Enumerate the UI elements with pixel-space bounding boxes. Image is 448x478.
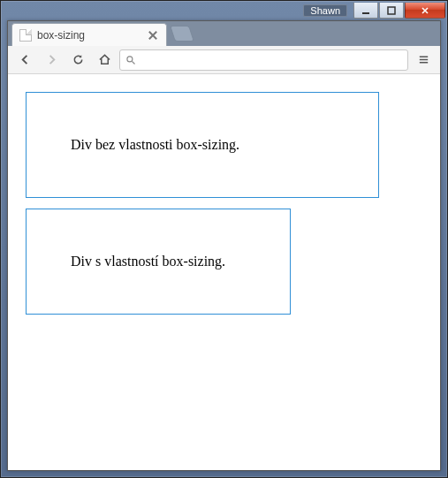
maximize-icon (387, 6, 396, 15)
demo-box-no-sizing: Div bez vlastnosti box-sizing. (26, 92, 379, 198)
demo-box-text: Div s vlastností box-sizing. (71, 254, 225, 269)
tab-strip: box-sizing (8, 21, 440, 46)
minimize-button[interactable] (353, 3, 378, 19)
maximize-button[interactable] (379, 3, 404, 19)
browser-window: box-sizing (7, 20, 441, 471)
address-bar[interactable] (119, 49, 408, 71)
forward-button[interactable] (40, 49, 63, 72)
close-icon (421, 6, 429, 15)
search-icon (125, 55, 136, 65)
home-icon (98, 53, 111, 66)
browser-tab[interactable]: box-sizing (11, 23, 167, 46)
home-button[interactable] (93, 49, 116, 72)
page-content: Div bez vlastnosti box-sizing. Div s vla… (8, 74, 440, 470)
menu-button[interactable] (412, 49, 435, 72)
arrow-right-icon (45, 53, 58, 66)
svg-rect-1 (388, 7, 395, 14)
tab-title: box-sizing (37, 29, 141, 42)
svg-rect-0 (362, 12, 369, 14)
address-input[interactable] (141, 53, 402, 66)
new-tab-button[interactable] (170, 26, 194, 42)
arrow-left-icon (19, 53, 32, 66)
menu-icon (417, 53, 430, 66)
file-icon (19, 29, 32, 42)
window-frame: Shawn box-sizing (0, 0, 448, 478)
back-button[interactable] (13, 49, 36, 72)
tab-close-button[interactable] (147, 29, 159, 42)
close-icon (147, 29, 159, 42)
user-badge: Shawn (303, 4, 347, 17)
close-button[interactable] (405, 3, 445, 19)
reload-icon (72, 53, 85, 66)
window-titlebar: Shawn (1, 1, 447, 20)
demo-box-text: Div bez vlastnosti box-sizing. (71, 137, 239, 152)
demo-box-with-sizing: Div s vlastností box-sizing. (26, 209, 291, 315)
svg-point-2 (127, 56, 133, 61)
minimize-icon (361, 6, 370, 15)
browser-toolbar (8, 46, 440, 74)
reload-button[interactable] (66, 49, 89, 72)
